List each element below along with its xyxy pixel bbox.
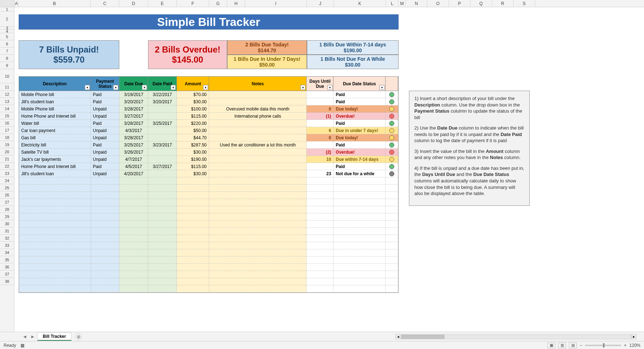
table-cell[interactable]: Unpaid [91,113,120,120]
table-header-notes[interactable]: Notes▾ [209,77,307,91]
table-cell[interactable]: Unpaid [91,134,120,141]
row-header-35[interactable]: 35 [0,256,14,263]
table-cell[interactable] [148,242,177,249]
row-header-9[interactable]: 9 [0,62,14,69]
row-header-2[interactable]: 2 [0,12,14,27]
table-cell[interactable] [148,264,177,271]
table-cell[interactable]: Not due for a while [334,170,386,177]
col-header-P[interactable]: P [449,0,470,7]
tab-nav-prev-icon[interactable]: ◄ [22,334,28,340]
table-cell[interactable] [91,185,120,192]
table-cell[interactable] [386,278,398,285]
table-cell[interactable] [307,192,334,199]
table-cell[interactable] [307,141,334,149]
bill-table[interactable]: Description▾Payment Status▾Date Due▾Date… [19,76,399,293]
table-cell[interactable] [91,278,120,285]
table-cell[interactable]: Due today! [334,134,386,141]
table-cell[interactable] [386,271,398,278]
table-cell[interactable]: Paid [334,141,386,149]
table-cell[interactable] [386,235,398,242]
table-cell[interactable] [386,98,398,105]
table-cell[interactable]: $115.00 [177,163,209,170]
table-cell[interactable] [386,91,398,98]
table-cell[interactable] [209,98,307,105]
table-cell[interactable]: 10 [307,156,334,163]
table-cell[interactable] [334,185,386,192]
table-cell[interactable] [334,192,386,199]
table-cell[interactable]: 3/28/2017 [119,134,148,141]
spreadsheet-grid[interactable]: Simple Bill Tracker 7 Bills Unpaid! $559… [14,7,644,332]
table-row-empty[interactable] [19,185,398,192]
table-cell[interactable] [19,206,91,213]
table-cell[interactable] [334,228,386,235]
table-cell[interactable] [307,285,334,293]
table-cell[interactable] [119,185,148,192]
table-cell[interactable] [386,141,398,149]
table-cell[interactable] [386,134,398,141]
table-cell[interactable] [334,257,386,264]
table-cell[interactable] [209,206,307,213]
table-cell[interactable] [91,249,120,257]
table-cell[interactable] [119,257,148,264]
table-cell[interactable] [119,192,148,199]
table-cell[interactable] [148,271,177,278]
table-cell[interactable] [334,249,386,257]
row-header-1[interactable]: 1 [0,7,14,12]
table-cell[interactable]: 3/26/2017 [119,149,148,156]
table-cell[interactable]: Due in under 7 days! [334,127,386,134]
table-row-empty[interactable] [19,278,398,285]
table-cell[interactable] [91,257,120,264]
table-cell[interactable] [148,127,177,134]
table-cell[interactable] [386,249,398,257]
table-cell[interactable] [148,134,177,141]
table-cell[interactable] [177,257,209,264]
table-cell[interactable] [307,235,334,242]
table-cell[interactable] [91,213,120,221]
table-cell[interactable]: Car loan payment [19,127,91,134]
table-cell[interactable] [307,257,334,264]
row-header-20[interactable]: 20 [0,148,14,155]
table-cell[interactable]: $220.00 [177,120,209,127]
table-cell[interactable] [334,213,386,221]
row-header-32[interactable]: 32 [0,235,14,242]
table-cell[interactable]: 4/5/2017 [119,163,148,170]
row-header-25[interactable]: 25 [0,184,14,191]
table-cell[interactable] [307,206,334,213]
col-header-K[interactable]: K [334,0,386,7]
col-header-S[interactable]: S [514,0,535,7]
row-header-26[interactable]: 26 [0,191,14,199]
table-cell[interactable] [19,242,91,249]
table-cell[interactable] [386,257,398,264]
table-cell[interactable] [19,278,91,285]
table-cell[interactable]: Used the air conditioner a lot this mont… [209,141,307,149]
col-header-A[interactable]: A [14,0,19,7]
table-cell[interactable]: Unpaid [91,170,120,177]
table-cell[interactable] [307,91,334,98]
table-cell[interactable] [91,192,120,199]
table-cell[interactable]: 0 [307,134,334,141]
table-cell[interactable] [209,163,307,170]
scroll-right-icon[interactable]: ► [631,334,637,339]
table-cell[interactable]: International phone calls [209,113,307,120]
table-cell[interactable] [119,221,148,228]
table-cell[interactable]: 3/25/2017 [148,120,177,127]
table-header-amt[interactable]: Amount▾ [177,77,209,91]
filter-button-due[interactable]: ▾ [142,85,147,90]
select-all-corner[interactable] [0,0,14,7]
row-header-8[interactable]: 8 [0,55,14,62]
table-cell[interactable] [119,285,148,293]
table-header-days[interactable]: Days Until Due▾ [307,77,334,91]
table-cell[interactable] [148,249,177,257]
table-cell[interactable]: 6 [307,127,334,134]
table-cell[interactable] [209,192,307,199]
table-cell[interactable] [209,149,307,156]
table-cell[interactable] [386,170,398,177]
table-cell[interactable] [209,221,307,228]
table-cell[interactable] [386,242,398,249]
table-cell[interactable] [209,257,307,264]
table-cell[interactable] [334,285,386,293]
table-cell[interactable] [209,285,307,293]
table-cell[interactable] [177,278,209,285]
table-cell[interactable] [334,177,386,185]
filter-button-amt[interactable]: ▾ [203,85,208,90]
